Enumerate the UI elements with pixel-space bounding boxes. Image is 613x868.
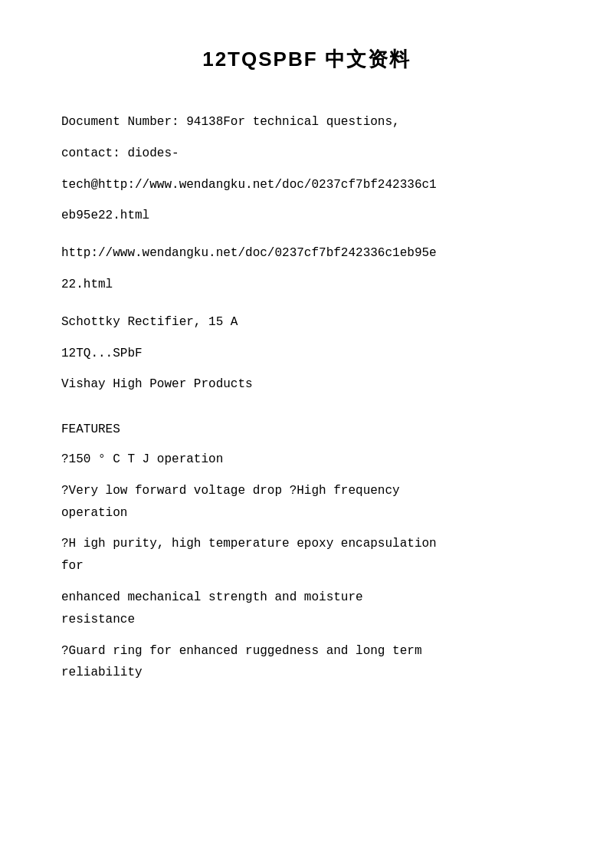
feature-item-5: ?Guard ring for enhanced ruggedness and …: [61, 640, 552, 685]
email-text2: eb95e22.html: [61, 209, 149, 222]
url-text1: http://www.wendangku.net/doc/0237cf7bf24…: [61, 246, 437, 260]
url-line2: 22.html: [61, 274, 552, 296]
doc-number-text: Document Number: 94138For technical ques…: [61, 115, 400, 129]
product-line1: Schottky Rectifier, 15 A: [61, 311, 552, 334]
feature-5-line1: ?Guard ring for enhanced ruggedness and …: [61, 640, 552, 663]
feature-3-line1: ?H igh purity, high temperature epoxy en…: [61, 533, 552, 555]
page-title: 12TQSPBF 中文资料: [61, 46, 552, 73]
product-line3: Vishay High Power Products: [61, 373, 552, 396]
feature-item-4: enhanced mechanical strength and moistur…: [61, 587, 552, 631]
product-text3: Vishay High Power Products: [61, 377, 253, 391]
product-text2: 12TQ...SPbF: [61, 347, 143, 360]
feature-item-2: ?Very low forward voltage drop ?High fre…: [61, 480, 552, 524]
url-text2: 22.html: [61, 278, 113, 291]
email-text1: tech@http://www.wendangku.net/doc/0237cf…: [61, 178, 437, 192]
contact-line: contact: diodes-: [61, 143, 552, 165]
feature-2-line2: operation: [61, 502, 552, 524]
feature-5-line2: reliability: [61, 662, 552, 684]
product-line2: 12TQ...SPbF: [61, 343, 552, 365]
feature-3-line2: for: [61, 555, 552, 577]
contact-text: contact: diodes-: [61, 146, 179, 160]
features-heading: FEATURES: [61, 419, 552, 441]
feature-item-3: ?H igh purity, high temperature epoxy en…: [61, 533, 552, 577]
feature-2-line1: ?Very low forward voltage drop ?High fre…: [61, 480, 552, 502]
page-container: 12TQSPBF 中文资料 Document Number: 94138For …: [0, 0, 613, 868]
product-text1: Schottky Rectifier, 15 A: [61, 315, 238, 329]
email-line2: eb95e22.html: [61, 205, 552, 227]
feature-4-line2: resistance: [61, 609, 552, 631]
email-line1: tech@http://www.wendangku.net/doc/0237cf…: [61, 174, 552, 196]
feature-4-line1: enhanced mechanical strength and moistur…: [61, 587, 552, 609]
doc-number-line: Document Number: 94138For technical ques…: [61, 111, 552, 133]
feature-item-1: ?150 ° C T J operation: [61, 449, 552, 471]
feature-1-text: ?150 ° C T J operation: [61, 452, 223, 466]
document-body: Document Number: 94138For technical ques…: [61, 111, 552, 684]
features-heading-text: FEATURES: [61, 422, 120, 436]
url-line1: http://www.wendangku.net/doc/0237cf7bf24…: [61, 242, 552, 265]
